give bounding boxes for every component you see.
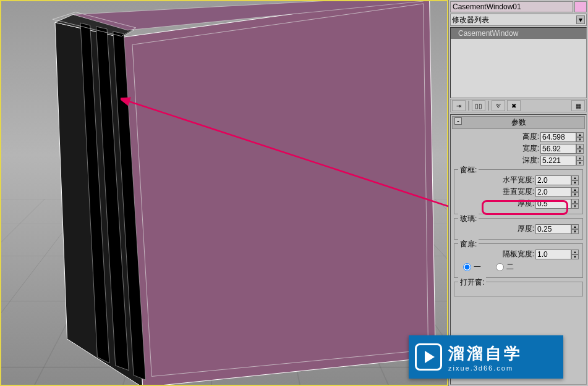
glass-group: 玻璃: 厚度: ▲▼	[454, 218, 583, 240]
rollout-title-label: 参数	[511, 118, 526, 127]
frame-h-label: 水平宽度:	[501, 175, 534, 185]
radio-icon[interactable]	[463, 263, 471, 271]
show-end-result-icon[interactable]: ▯▯	[472, 100, 485, 111]
width-label: 宽度:	[506, 143, 539, 154]
frame-group: 窗框: 水平宽度: ▲▼ 垂直宽度: ▲▼ 厚度: ▲▼	[454, 169, 583, 214]
modify-panel: 修改器列表 ▾ CasementWindow ⇥ ▯▯ ⩔ ✖ ▦ - 参数 高…	[448, 0, 588, 386]
svg-marker-0	[121, 1, 435, 386]
spinner-down-icon[interactable]: ▼	[576, 161, 584, 166]
spinner-down-icon[interactable]: ▼	[571, 180, 579, 185]
watermark: 溜溜自学 zixue.3d66.com	[409, 335, 563, 379]
chevron-down-icon: ▾	[576, 15, 585, 24]
glass-t-label: 厚度:	[501, 224, 534, 234]
rollout-header[interactable]: - 参数	[452, 116, 585, 129]
stack-toolbar: ⇥ ▯▯ ⩔ ✖ ▦	[450, 99, 587, 112]
spinner-up-icon[interactable]: ▲	[576, 132, 584, 137]
spinner-down-icon[interactable]: ▼	[571, 254, 579, 259]
frame-v-label: 垂直宽度:	[501, 187, 534, 197]
watermark-title: 溜溜自学	[448, 343, 522, 364]
modifier-list-dropdown[interactable]: 修改器列表 ▾	[450, 14, 587, 26]
glass-group-label: 玻璃:	[458, 214, 479, 224]
spinner-down-icon[interactable]: ▼	[576, 149, 584, 154]
watermark-url: zixue.3d66.com	[448, 364, 522, 372]
collapse-icon[interactable]: -	[454, 117, 462, 125]
sash-w-input[interactable]	[535, 250, 571, 259]
spinner-down-icon[interactable]: ▼	[571, 204, 579, 209]
object-name-input[interactable]	[450, 1, 573, 12]
spinner-up-icon[interactable]: ▲	[576, 144, 584, 149]
object-color-swatch[interactable]	[574, 1, 587, 12]
sash-radio-two[interactable]: 二	[496, 262, 514, 272]
spinner-up-icon[interactable]: ▲	[571, 224, 579, 229]
remove-modifier-icon[interactable]: ✖	[507, 100, 521, 111]
sash-group-label: 窗扉:	[458, 239, 479, 250]
play-icon	[415, 343, 442, 371]
width-input[interactable]	[540, 144, 576, 154]
viewport[interactable]	[0, 0, 448, 386]
spinner-up-icon[interactable]: ▲	[571, 199, 579, 204]
spinner-up-icon[interactable]: ▲	[571, 250, 579, 254]
spinner-up-icon[interactable]: ▲	[571, 187, 579, 192]
frame-group-label: 窗框:	[458, 165, 479, 175]
depth-input[interactable]	[540, 156, 576, 166]
sash-group: 窗扉: 隔板宽度: ▲▼ 一 二	[454, 243, 583, 278]
modifier-list-label: 修改器列表	[452, 15, 489, 25]
open-group-label: 打开窗:	[458, 277, 486, 288]
pin-stack-icon[interactable]: ⇥	[452, 100, 466, 111]
frame-v-input[interactable]	[535, 187, 571, 197]
spinner-down-icon[interactable]: ▼	[576, 137, 584, 142]
stack-item[interactable]: CasementWindow	[451, 28, 586, 39]
height-label: 高度:	[506, 132, 539, 142]
spinner-up-icon[interactable]: ▲	[571, 175, 579, 180]
sash-w-label: 隔板宽度:	[501, 249, 534, 259]
open-group: 打开窗:	[454, 282, 583, 296]
depth-label: 深度:	[506, 155, 539, 166]
spinner-down-icon[interactable]: ▼	[571, 229, 579, 234]
frame-t-label: 厚度:	[501, 198, 534, 209]
height-input[interactable]	[540, 132, 576, 142]
sash-radio-one[interactable]: 一	[463, 262, 481, 272]
frame-t-input[interactable]	[535, 199, 571, 209]
casement-window-object[interactable]	[20, 1, 448, 386]
glass-t-input[interactable]	[535, 224, 571, 234]
make-unique-icon[interactable]: ⩔	[492, 100, 505, 111]
spinner-down-icon[interactable]: ▼	[571, 192, 579, 197]
frame-h-input[interactable]	[535, 175, 571, 185]
radio-icon[interactable]	[496, 263, 504, 271]
modifier-stack[interactable]: CasementWindow	[450, 27, 587, 98]
configure-sets-icon[interactable]: ▦	[571, 100, 585, 111]
spinner-up-icon[interactable]: ▲	[576, 156, 584, 161]
